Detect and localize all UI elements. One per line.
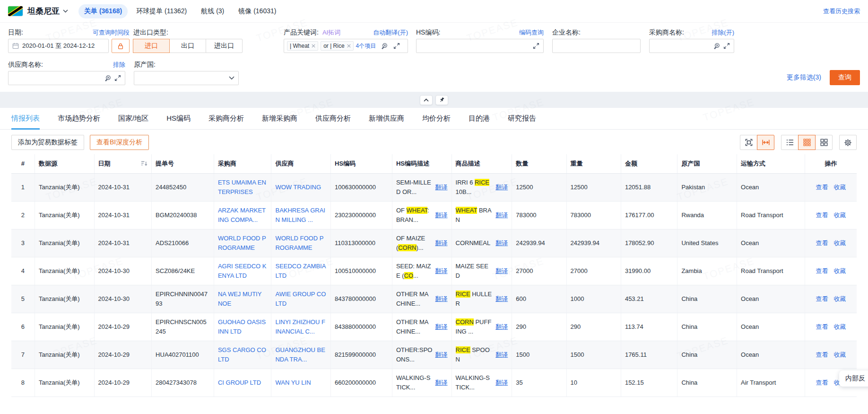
keyword-input[interactable]: | Wheat or | Rice 4个项目 — [284, 39, 408, 53]
view-link[interactable]: 查看 — [816, 323, 828, 330]
remove-tag-icon[interactable] — [312, 44, 315, 48]
analysis-tab[interactable]: 国家/地区 — [118, 108, 148, 129]
buyer-input[interactable] — [653, 39, 711, 53]
buyer-link[interactable]: AGRI SEEDCO KENYA LTD — [218, 263, 267, 279]
view-link[interactable]: 查看 — [816, 267, 828, 274]
supplier-link[interactable]: BAKHRESA GRAIN MILLING ... — [275, 207, 325, 223]
trade-type-button[interactable]: 进口 — [133, 39, 170, 53]
country-selector[interactable]: 坦桑尼亚 — [27, 6, 68, 17]
buyer-exclude-link[interactable]: 排除(开) — [712, 28, 734, 37]
date-range-link[interactable]: 可查询时间段 — [93, 28, 130, 37]
analysis-tab[interactable]: 目的港 — [469, 108, 490, 129]
translate-link[interactable]: 翻译 — [495, 211, 508, 220]
pin-filters-button[interactable] — [435, 95, 448, 105]
analysis-tab[interactable]: 市场趋势分析 — [58, 108, 100, 129]
collapse-filters-button[interactable] — [420, 95, 433, 105]
history-search-link[interactable]: 查看历史搜索 — [823, 7, 860, 16]
buyer-link[interactable]: ETS UMAIMA ENTERPRISES — [218, 179, 266, 195]
analysis-tab[interactable]: 均价分析 — [422, 108, 451, 129]
supplier-link[interactable]: WOW TRADING — [275, 184, 321, 191]
date-lock-button[interactable] — [112, 39, 130, 53]
expand-icon[interactable] — [723, 43, 730, 49]
analysis-tab[interactable]: 供应商分析 — [315, 108, 351, 129]
translate-link[interactable]: 翻译 — [435, 266, 448, 276]
translate-link[interactable]: 翻译 — [435, 378, 448, 388]
settings-button[interactable] — [839, 135, 857, 150]
supplier-link[interactable]: LINYI ZHIZHOU FINANCIAL C... — [275, 318, 325, 335]
translate-link[interactable]: 翻译 — [435, 294, 448, 304]
buyer-link[interactable]: WORLD FOOD PROGRAMME — [218, 235, 266, 251]
analysis-tab[interactable]: 情报列表 — [11, 108, 40, 129]
favorite-link[interactable]: 收藏 — [834, 323, 846, 330]
origin-select[interactable] — [134, 71, 239, 85]
trade-type-button[interactable]: 进出口 — [206, 39, 243, 53]
table-view-button[interactable] — [798, 135, 816, 150]
favorite-link[interactable]: 收藏 — [834, 239, 846, 247]
buyer-link[interactable]: SGS CARGO CO LTD — [218, 346, 266, 363]
buyer-link[interactable]: NA WEJ MUTIY NOE — [218, 291, 261, 307]
keyword-more-link[interactable]: 4个项目 — [356, 42, 376, 50]
translate-link[interactable]: 翻译 — [435, 211, 448, 220]
analysis-tab[interactable]: HS编码 — [166, 108, 191, 129]
sort-icon[interactable] — [141, 160, 148, 167]
list-view-button[interactable] — [781, 135, 799, 150]
dataset-tab[interactable]: 环球提单 (11362) — [130, 4, 192, 18]
favorite-link[interactable]: 收藏 — [834, 295, 846, 302]
favorite-link[interactable]: 收藏 — [834, 184, 846, 191]
col-header-date[interactable]: 日期 — [94, 154, 152, 173]
company-input[interactable] — [556, 39, 636, 53]
analysis-tab[interactable]: 研究报告 — [508, 108, 536, 129]
translate-link[interactable]: 翻译 — [495, 322, 508, 332]
favorite-link[interactable]: 收藏 — [834, 211, 846, 219]
supplier-link[interactable]: AWIE GROUP CO LTD — [275, 291, 326, 307]
supplier-input[interactable] — [12, 71, 102, 85]
view-link[interactable]: 查看 — [816, 239, 828, 247]
translate-link[interactable]: 翻译 — [435, 183, 448, 192]
view-link[interactable]: 查看 — [816, 379, 828, 386]
translate-link[interactable]: 翻译 — [495, 294, 508, 304]
analysis-tab[interactable]: 新增采购商 — [262, 108, 297, 129]
card-view-button[interactable] — [815, 135, 833, 150]
translate-link[interactable]: 翻译 — [435, 238, 448, 248]
expand-icon[interactable] — [393, 43, 400, 49]
supplier-link[interactable]: GUANGZHOU BENDA TRA... — [275, 346, 325, 363]
seal-icon[interactable] — [104, 75, 112, 82]
expand-icon[interactable] — [114, 75, 121, 81]
supplier-link[interactable]: WORLD FOOD PROGRAMME — [275, 235, 323, 251]
view-link[interactable]: 查看 — [816, 184, 828, 191]
seal-icon[interactable] — [713, 43, 720, 50]
trade-type-button[interactable]: 出口 — [169, 39, 206, 53]
buyer-link[interactable]: GUOHAO OASIS INN LTD — [218, 318, 266, 335]
auto-translate-link[interactable]: 自动翻译(开) — [373, 28, 408, 37]
translate-link[interactable]: 翻译 — [495, 183, 508, 192]
translate-link[interactable]: 翻译 — [435, 350, 448, 360]
hs-query-link[interactable]: 编码查询 — [519, 28, 544, 37]
buyer-link[interactable]: ARZAK MARKETING COMPA... — [218, 207, 266, 223]
translate-link[interactable]: 翻译 — [495, 266, 508, 276]
supplier-exclude-link[interactable]: 排除 — [113, 61, 125, 69]
dataset-tab[interactable]: 镜像 (16031) — [233, 4, 282, 18]
analysis-tab[interactable]: 采购商分析 — [208, 108, 244, 129]
supplier-link[interactable]: WAN YU LIN — [275, 379, 311, 386]
hs-code-input[interactable] — [420, 39, 530, 53]
favorite-link[interactable]: 收藏 — [834, 267, 846, 274]
search-button[interactable]: 查询 — [830, 70, 860, 85]
translate-link[interactable]: 翻译 — [495, 378, 508, 388]
dataset-tab[interactable]: 航线 (3) — [195, 4, 230, 18]
buyer-link[interactable]: CI GROUP LTD — [218, 379, 261, 386]
view-link[interactable]: 查看 — [816, 351, 828, 358]
full-width-button[interactable] — [757, 135, 774, 150]
translate-link[interactable]: 翻译 — [435, 322, 448, 332]
date-range-input[interactable]: 2020-01-01 至 2024-12-12 — [8, 39, 109, 53]
fit-screen-button[interactable] — [740, 135, 757, 150]
internal-feedback-tab[interactable]: 内部反 — [839, 370, 868, 387]
translate-link[interactable]: 翻译 — [495, 238, 508, 248]
expand-icon[interactable] — [533, 43, 539, 49]
seal-icon[interactable] — [381, 43, 388, 50]
analysis-tab[interactable]: 新增供应商 — [369, 108, 404, 129]
add-data-tag-button[interactable]: 添加为贸易数据标签 — [11, 135, 84, 150]
dataset-tab[interactable]: 关单 (36168) — [78, 4, 128, 18]
supplier-link[interactable]: SEEDCO ZAMBIA LTD — [275, 263, 325, 279]
more-filters-link[interactable]: 更多筛选(3) — [787, 73, 821, 82]
translate-link[interactable]: 翻译 — [495, 350, 508, 360]
